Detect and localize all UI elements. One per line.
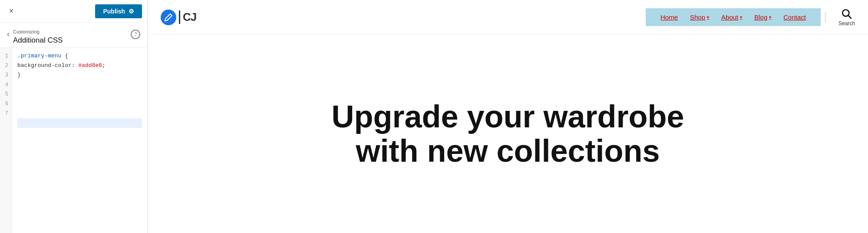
hero-title: Upgrade your wardrobe with new collectio… [313, 100, 703, 168]
search-label: Search [838, 20, 855, 27]
nav-item-home[interactable]: Home [654, 13, 684, 21]
customizer-panel: × Publish ⚙ ‹ Customizing Additional CSS… [0, 0, 148, 233]
pencil-icon [164, 13, 173, 22]
nav-item-about[interactable]: About ▾ [715, 13, 748, 21]
shop-dropdown-icon: ▾ [707, 15, 709, 20]
logo-icon [161, 10, 176, 25]
logo-text: CJ [179, 10, 196, 24]
css-code-content[interactable]: .primary-menu { background-color: #add8e… [12, 48, 147, 233]
nav-menu: Home Shop ▾ About ▾ Blog ▾ Contact [646, 8, 821, 26]
nav-item-contact[interactable]: Contact [777, 13, 812, 21]
section-text: Customizing Additional CSS [13, 29, 131, 46]
line-numbers: 1 2 3 4 5 6 7 [0, 48, 12, 233]
search-button[interactable]: Search [838, 8, 855, 27]
svg-point-0 [842, 10, 849, 16]
blog-dropdown-icon: ▾ [769, 15, 771, 20]
about-dropdown-icon: ▾ [740, 15, 742, 20]
nav-divider [825, 12, 825, 23]
customizing-label: Customizing [13, 29, 131, 35]
section-header: ‹ Customizing Additional CSS ? [0, 23, 147, 48]
site-logo: CJ [161, 10, 196, 25]
preview-hero: Upgrade your wardrobe with new collectio… [148, 35, 868, 233]
nav-item-blog[interactable]: Blog ▾ [748, 13, 777, 21]
close-icon[interactable]: × [5, 5, 17, 17]
gear-icon: ⚙ [129, 8, 134, 15]
preview-header: CJ Home Shop ▾ About ▾ Blog ▾ Contact Se… [148, 0, 868, 35]
back-icon[interactable]: ‹ [7, 30, 10, 39]
nav-item-shop[interactable]: Shop ▾ [684, 13, 715, 21]
section-title: Additional CSS [13, 35, 131, 46]
publish-label: Publish [103, 8, 125, 15]
publish-button[interactable]: Publish ⚙ [95, 4, 142, 18]
help-icon[interactable]: ? [131, 30, 140, 39]
preview-area: CJ Home Shop ▾ About ▾ Blog ▾ Contact Se… [148, 0, 868, 233]
svg-line-1 [848, 15, 851, 18]
top-bar: × Publish ⚙ [0, 0, 147, 23]
css-editor[interactable]: 1 2 3 4 5 6 7 .primary-menu { background… [0, 48, 147, 233]
search-icon [841, 8, 852, 20]
